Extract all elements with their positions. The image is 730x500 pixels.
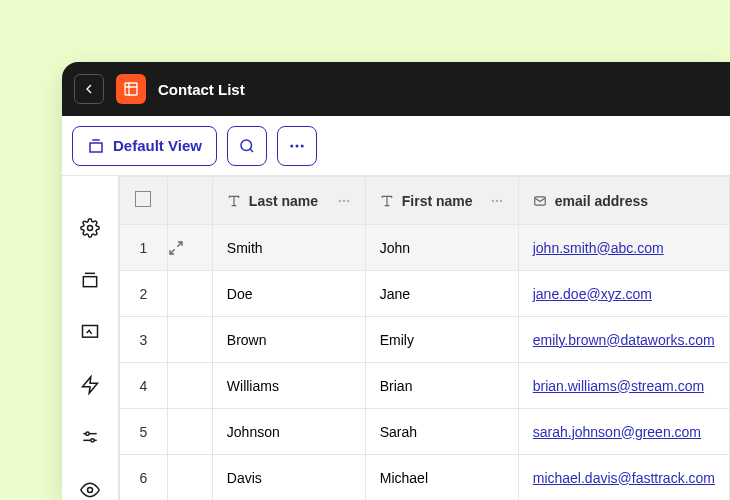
cell-email[interactable]: brian.williams@stream.com [518,363,729,409]
column-label: Last name [249,193,318,209]
column-last-name[interactable]: Last name [212,177,365,225]
table-row[interactable]: 1SmithJohnjohn.smith@abc.com [120,225,730,271]
column-menu[interactable] [337,194,351,208]
svg-point-7 [290,144,293,147]
svg-point-9 [301,144,304,147]
contacts-table: Last name First name [119,176,730,500]
svg-marker-14 [83,377,98,394]
cell-email[interactable]: sarah.johnson@green.com [518,409,729,455]
table-row[interactable]: 5JohnsonSarahsarah.johnson@green.com [120,409,730,455]
svg-point-24 [347,199,349,201]
content-area: Last name First name [62,176,730,500]
sidebar-filters[interactable] [79,427,101,447]
cell-first-name[interactable]: Michael [365,455,518,501]
svg-line-6 [250,149,253,152]
cell-email[interactable]: michael.davis@fasttrack.com [518,455,729,501]
cell-email[interactable]: emily.brown@dataworks.com [518,317,729,363]
table-row[interactable]: 3BrownEmilyemily.brown@dataworks.com [120,317,730,363]
default-view-button[interactable]: Default View [72,126,217,166]
back-button[interactable] [74,74,104,104]
text-type-icon [227,194,241,208]
cell-email[interactable]: jane.doe@xyz.com [518,271,729,317]
view-icon [87,137,105,155]
row-expand[interactable] [167,317,212,363]
email-link[interactable]: brian.williams@stream.com [533,378,704,394]
cell-last-name[interactable]: Johnson [212,409,365,455]
svg-point-22 [339,199,341,201]
search-button[interactable] [227,126,267,166]
row-number: 3 [120,317,168,363]
page-title: Contact List [158,81,245,98]
svg-point-23 [343,199,345,201]
svg-point-27 [491,199,493,201]
row-expand[interactable] [167,225,212,271]
email-link[interactable]: jane.doe@xyz.com [533,286,652,302]
table-container: Last name First name [118,176,730,500]
cell-first-name[interactable]: Emily [365,317,518,363]
app-window: Contact List Default View [62,62,730,500]
svg-point-17 [86,432,89,435]
email-link[interactable]: john.smith@abc.com [533,240,664,256]
search-icon [238,137,256,155]
sidebar-settings[interactable] [79,218,101,238]
table-header-row: Last name First name [120,177,730,225]
row-number: 5 [120,409,168,455]
grid-icon [123,81,139,97]
svg-point-8 [295,144,298,147]
view-label: Default View [113,137,202,154]
cell-last-name[interactable]: Brown [212,317,365,363]
email-link[interactable]: sarah.johnson@green.com [533,424,701,440]
layout-icon [80,323,100,343]
column-select-all[interactable] [120,177,168,225]
sidebar-automation[interactable] [79,375,101,395]
column-first-name[interactable]: First name [365,177,518,225]
row-expand[interactable] [167,363,212,409]
email-link[interactable]: emily.brown@dataworks.com [533,332,715,348]
arrow-left-icon [81,81,97,97]
cell-last-name[interactable]: Smith [212,225,365,271]
column-label: email address [555,193,648,209]
column-menu[interactable] [490,194,504,208]
cell-first-name[interactable]: John [365,225,518,271]
cell-email[interactable]: john.smith@abc.com [518,225,729,271]
sidebar-visibility[interactable] [79,480,101,500]
cell-first-name[interactable]: Brian [365,363,518,409]
row-expand[interactable] [167,271,212,317]
gear-icon [80,218,100,238]
toolbar: Default View [62,116,730,176]
cell-last-name[interactable]: Davis [212,455,365,501]
svg-point-5 [241,140,252,151]
table-row[interactable]: 2DoeJanejane.doe@xyz.com [120,271,730,317]
cell-last-name[interactable]: Doe [212,271,365,317]
row-expand[interactable] [167,455,212,501]
column-email[interactable]: email address [518,177,729,225]
row-number: 4 [120,363,168,409]
table-row[interactable]: 6DavisMichaelmichael.davis@fasttrack.com [120,455,730,501]
cell-first-name[interactable]: Sarah [365,409,518,455]
checkbox-icon [135,191,151,207]
more-actions-button[interactable] [277,126,317,166]
svg-point-28 [496,199,498,201]
stack-icon [80,270,100,290]
text-type-icon [380,194,394,208]
column-expand [167,177,212,225]
svg-point-10 [88,226,93,231]
svg-rect-3 [90,143,102,152]
bolt-icon [80,375,100,395]
cell-last-name[interactable]: Williams [212,363,365,409]
cell-first-name[interactable]: Jane [365,271,518,317]
column-label: First name [402,193,473,209]
sidebar-layout[interactable] [79,323,101,343]
ellipsis-icon [490,194,504,208]
svg-rect-11 [83,277,96,287]
expand-icon [168,240,184,256]
header-bar: Contact List [62,62,730,116]
table-row[interactable]: 4WilliamsBrianbrian.williams@stream.com [120,363,730,409]
grid-app-badge [116,74,146,104]
email-link[interactable]: michael.davis@fasttrack.com [533,470,715,486]
svg-point-29 [500,199,502,201]
ellipsis-icon [288,137,306,155]
ellipsis-icon [337,194,351,208]
sidebar-views[interactable] [79,270,101,290]
row-expand[interactable] [167,409,212,455]
